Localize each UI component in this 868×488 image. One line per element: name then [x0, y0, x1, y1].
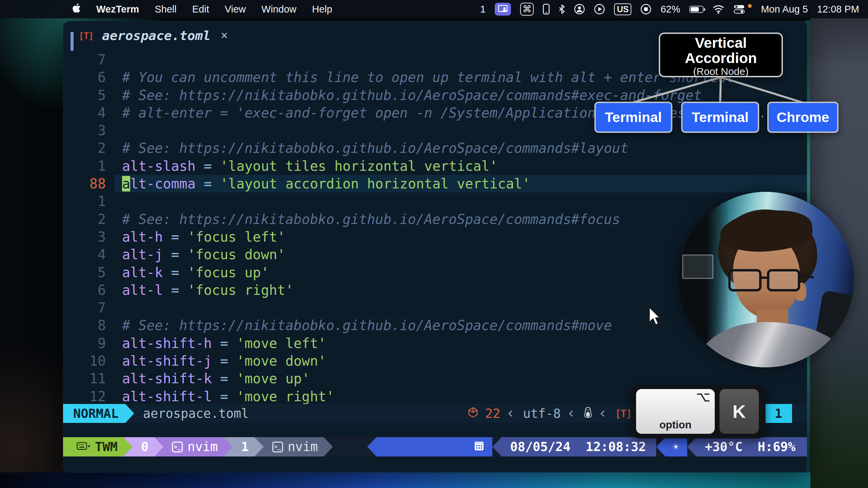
- line-number: 4: [63, 104, 106, 122]
- window-index: 0: [141, 440, 149, 454]
- line-number: 88: [63, 175, 106, 192]
- option-keycap: option: [636, 389, 715, 434]
- menu-shell[interactable]: Shell: [155, 4, 177, 15]
- play-status-icon[interactable]: [594, 4, 605, 15]
- code-line[interactable]: 10alt-shift-j = 'move down': [63, 352, 807, 370]
- glasses-right-lens: [767, 269, 800, 291]
- input-source-badge[interactable]: US: [614, 3, 631, 15]
- code-line[interactable]: 2# See: https://nikitabobko.github.io/Ae…: [63, 139, 807, 157]
- workspace-indicator: 1: [480, 4, 486, 15]
- line-number: 6: [63, 281, 106, 299]
- line-number: 5: [63, 86, 106, 104]
- glasses-bridge: [762, 277, 768, 279]
- statusline-value: 22: [485, 406, 500, 421]
- tab-indicator: [71, 32, 74, 51]
- line-text: alt-slash = 'layout tiles horizontal ver…: [122, 157, 498, 175]
- mouse-cursor: [648, 307, 662, 326]
- calendar-segment: [367, 437, 492, 456]
- diagram-node-chrome: Chrome: [767, 102, 839, 133]
- bluetooth-icon[interactable]: [559, 4, 565, 14]
- code-line[interactable]: 88alt-comma = 'layout accordion horizont…: [63, 175, 807, 192]
- encoding-label: utf-8: [523, 406, 560, 421]
- line-text: alt-l = 'focus right': [122, 281, 294, 299]
- command-key-icon[interactable]: ⌘: [520, 3, 534, 16]
- control-center-icon[interactable]: [733, 4, 745, 14]
- line-text: alt-shift-j = 'move down': [122, 352, 326, 370]
- line-text: # See: https://nikitabobko.github.io/Aer…: [122, 139, 628, 157]
- menu-edit[interactable]: Edit: [192, 4, 209, 15]
- apple-logo-icon[interactable]: [72, 3, 81, 16]
- line-text: alt-comma = 'layout accordion horizontal…: [122, 175, 530, 192]
- statusline-right: 22 utf-8 [T]: [468, 406, 631, 421]
- diagram-node-terminal-1: Terminal: [594, 102, 672, 133]
- tmux-weather: +30°C H:69%: [687, 437, 807, 456]
- notification-dot: [748, 4, 752, 8]
- package-icon: [468, 406, 478, 421]
- screen-record-icon[interactable]: [640, 4, 651, 15]
- line-number: 2: [63, 210, 106, 228]
- user-account-icon[interactable]: [574, 4, 585, 15]
- line-number: 5: [63, 264, 106, 281]
- line-number: 4: [63, 246, 106, 263]
- tmux-window-1[interactable]: >_ nvim: [255, 437, 333, 456]
- vim-cursor: a: [122, 176, 130, 191]
- battery-percent: 62%: [660, 4, 680, 15]
- line-number: 3: [63, 122, 106, 139]
- menu-window[interactable]: Window: [261, 4, 296, 15]
- mode-indicator: NORMAL: [63, 404, 134, 423]
- code-line[interactable]: 1: [63, 192, 807, 210]
- penguin-icon: [584, 406, 592, 421]
- line-number: 7: [63, 51, 106, 68]
- tmux-session: TWM: [63, 437, 133, 456]
- root-node-title: Vertical Accordion: [660, 35, 782, 66]
- tab-title[interactable]: aerospace.toml: [102, 28, 211, 43]
- line-number: 10: [63, 352, 106, 370]
- keyboard-icon: [77, 440, 90, 454]
- calendar-icon: [383, 425, 484, 469]
- line-text: alt-j = 'focus down': [122, 246, 285, 263]
- phone-mirroring-icon[interactable]: [543, 4, 550, 15]
- tmux-session-name: TWM: [95, 440, 118, 454]
- wifi-icon[interactable]: [713, 5, 724, 14]
- line-number: 6: [63, 68, 106, 86]
- chevron-left-icon: [509, 410, 515, 416]
- line-number: 1: [63, 157, 106, 175]
- line-text: # See: https://nikitabobko.github.io/Aer…: [122, 210, 620, 228]
- tmux-window-0-name: nvim: [188, 440, 218, 454]
- glasses-left-lens: [728, 269, 762, 291]
- option-symbol-icon: [696, 392, 710, 404]
- desktop-bottom-strip: [0, 472, 810, 488]
- window-index: 1: [241, 440, 249, 454]
- line-text: alt-k = 'focus up': [122, 264, 269, 281]
- line-text: alt-h = 'focus left': [122, 228, 285, 246]
- tmux-right: 08/05/24 12:08:32 ☀ +30°C H:69%: [367, 437, 807, 456]
- code-line[interactable]: 2# See: https://nikitabobko.github.io/Ae…: [63, 210, 807, 228]
- menu-view[interactable]: View: [225, 4, 246, 15]
- line-number: 11: [63, 370, 106, 387]
- tmux-statusbar: TWM 0 >_ nvim 1 >_ nvim 08/05/24 12:08:3…: [63, 437, 807, 456]
- menubar-time[interactable]: 12:08 PM: [817, 4, 859, 15]
- chevron-left-icon: [600, 410, 607, 416]
- line-text: alt-shift-h = 'move left': [122, 334, 326, 352]
- humidity: H:69%: [758, 440, 795, 454]
- line-number: 1: [63, 192, 106, 210]
- line-number: 2: [63, 139, 106, 157]
- keycast-overlay: option K: [631, 385, 766, 439]
- temperature: +30°C: [705, 440, 743, 454]
- tab-close-icon[interactable]: ×: [221, 28, 228, 43]
- menu-help[interactable]: Help: [312, 4, 332, 15]
- weather-segment: ☀: [656, 437, 687, 456]
- tmux-datetime: 08/05/24 12:08:32: [492, 437, 656, 456]
- tmux-window-0[interactable]: >_ nvim: [154, 437, 233, 456]
- option-key-label: option: [636, 419, 715, 431]
- diagram-node-terminal-2: Terminal: [681, 102, 759, 133]
- code-line[interactable]: 1alt-slash = 'layout tiles horizontal ve…: [63, 157, 807, 175]
- menubar-date[interactable]: Mon Aug 5: [761, 4, 808, 15]
- battery-icon[interactable]: [689, 6, 704, 13]
- code-line[interactable]: 9alt-shift-h = 'move left': [63, 334, 807, 352]
- menubar: WezTerm Shell Edit View Window Help 1 ⌘: [0, 0, 868, 18]
- line-text: alt-shift-l = 'move right': [122, 388, 334, 405]
- menubar-app-name[interactable]: WezTerm: [96, 4, 139, 15]
- screen-share-icon[interactable]: [495, 3, 511, 16]
- statusline-location: 1: [765, 404, 792, 423]
